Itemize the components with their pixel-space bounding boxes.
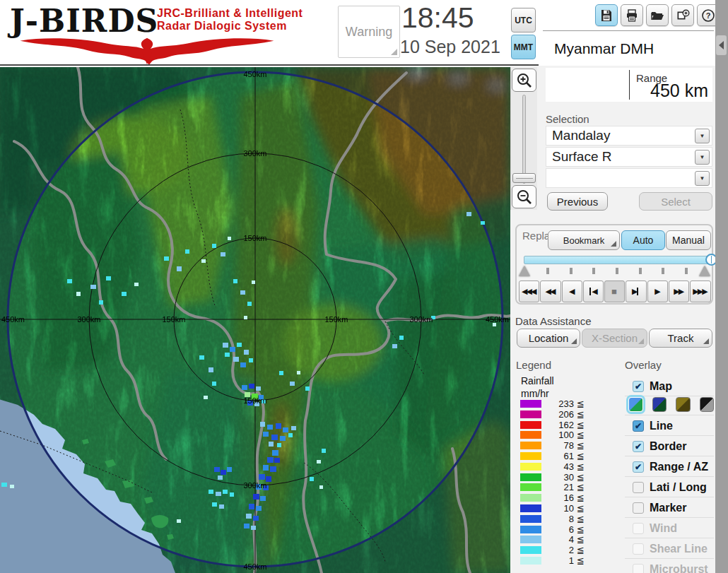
rain-cell bbox=[277, 443, 281, 447]
legend-color-swatch bbox=[520, 536, 541, 543]
rain-cell bbox=[466, 212, 471, 216]
checkbox[interactable]: ✔ bbox=[633, 420, 644, 432]
legend-color-swatch bbox=[520, 410, 541, 418]
x-section-button[interactable]: X-Section bbox=[582, 329, 647, 348]
rain-cell bbox=[252, 280, 255, 284]
legend-lte-symbol: ≦ bbox=[577, 534, 585, 545]
jump-forward-fast-button[interactable]: ▶▶▶ bbox=[690, 280, 710, 302]
overlay-item-shear-line[interactable]: Shear Line bbox=[625, 539, 714, 559]
toolbar: ? bbox=[595, 4, 720, 26]
save-button[interactable] bbox=[595, 4, 618, 26]
replay-range-end-marker[interactable] bbox=[699, 266, 710, 276]
skip-to-end-button[interactable]: ▶ bbox=[626, 280, 646, 302]
rain-cell bbox=[164, 256, 169, 261]
selection-dropdown-2[interactable]: Surface R▼ bbox=[546, 147, 712, 167]
rewind-button[interactable]: ◀◀ bbox=[540, 280, 560, 302]
rain-cell bbox=[283, 427, 288, 432]
rain-cell bbox=[67, 279, 72, 283]
select-button[interactable]: Select bbox=[639, 192, 712, 211]
replay-range-start-marker[interactable] bbox=[519, 266, 530, 276]
overlay-item-lati-long[interactable]: Lati / Long bbox=[625, 478, 714, 497]
checkbox[interactable] bbox=[633, 482, 644, 493]
zoom-slider-handle[interactable] bbox=[512, 173, 536, 183]
legend-color-swatch bbox=[520, 421, 541, 429]
selection-label: Selection bbox=[546, 113, 589, 125]
overlay-item-border[interactable]: ✔Border bbox=[625, 437, 714, 456]
chevron-down-icon[interactable]: ▼ bbox=[695, 129, 710, 143]
map-style-gray-swatch[interactable] bbox=[700, 397, 715, 412]
selection-dropdown-1[interactable]: Mandalay▼ bbox=[546, 126, 712, 146]
rain-cell bbox=[305, 386, 310, 391]
rain-cell bbox=[219, 504, 224, 509]
checkbox[interactable]: ✔ bbox=[633, 441, 644, 452]
screen-capture-button[interactable] bbox=[671, 4, 694, 26]
jump-back-fast-button[interactable]: ◀◀◀ bbox=[519, 280, 539, 302]
legend-lte-symbol: ≦ bbox=[577, 555, 585, 566]
track-button[interactable]: Track bbox=[649, 329, 712, 348]
location-button[interactable]: Location bbox=[517, 329, 580, 348]
print-button[interactable] bbox=[621, 4, 643, 26]
data-assistance-label: Data Assistance bbox=[515, 315, 592, 327]
rain-cell bbox=[216, 492, 221, 496]
rain-cell bbox=[291, 426, 296, 430]
rain-cell bbox=[134, 283, 139, 286]
chevron-down-icon[interactable]: ▼ bbox=[695, 150, 710, 165]
zoom-out-button[interactable] bbox=[512, 185, 536, 208]
open-folder-button[interactable] bbox=[646, 4, 669, 26]
legend-value: 61 bbox=[543, 451, 574, 461]
utc-button[interactable]: UTC bbox=[511, 8, 536, 33]
legend-lte-symbol: ≦ bbox=[577, 503, 585, 514]
legend-row: 162≦ bbox=[520, 421, 612, 430]
map-style-swatches bbox=[625, 394, 714, 415]
bookmark-button[interactable]: Bookmark bbox=[548, 230, 620, 250]
step-back-button[interactable]: ◀ bbox=[562, 280, 582, 302]
save-icon bbox=[599, 8, 613, 23]
chevron-down-icon[interactable]: ▼ bbox=[695, 171, 710, 186]
map-style-olive-swatch[interactable] bbox=[676, 397, 691, 412]
rain-cell bbox=[99, 300, 103, 305]
eagle-logo-icon bbox=[13, 35, 281, 65]
map-style-dark-swatch[interactable] bbox=[652, 397, 667, 412]
play-button[interactable]: ▶ bbox=[647, 280, 668, 302]
legend-lte-symbol: ≦ bbox=[577, 545, 585, 555]
station-name: Myanmar DMH bbox=[546, 33, 714, 64]
overlay-item-microburst[interactable]: Microburst bbox=[625, 560, 714, 573]
checkbox[interactable] bbox=[633, 502, 644, 514]
radar-map[interactable]: 450km 300km 150km 150km 300km 450km 450k… bbox=[0, 67, 510, 573]
replay-slider-track[interactable] bbox=[524, 256, 712, 264]
checkbox[interactable]: ✔ bbox=[633, 381, 644, 392]
zoom-slider-track[interactable] bbox=[522, 95, 526, 184]
overlay-item-map[interactable]: ✔Map bbox=[625, 377, 714, 396]
forward-button[interactable]: ▶▶ bbox=[669, 280, 689, 302]
previous-button[interactable]: Previous bbox=[547, 192, 608, 211]
rain-cell bbox=[399, 336, 404, 340]
auto-button[interactable]: Auto bbox=[621, 230, 665, 250]
rain-cell bbox=[244, 316, 247, 319]
checkbox[interactable]: ✔ bbox=[633, 461, 644, 473]
rain-cell bbox=[276, 423, 281, 429]
warning-button[interactable]: Warning bbox=[338, 6, 400, 58]
skip-to-start-button[interactable]: ◀ bbox=[583, 280, 604, 302]
zoom-in-button[interactable] bbox=[512, 69, 536, 92]
header-divider bbox=[0, 64, 539, 66]
map-style-color-swatch[interactable] bbox=[628, 397, 643, 412]
legend-lte-symbol: ≦ bbox=[577, 409, 585, 420]
legend-lte-symbol: ≦ bbox=[577, 482, 585, 492]
mmt-button[interactable]: MMT bbox=[511, 35, 536, 59]
rain-cell bbox=[260, 422, 265, 427]
replay-tick bbox=[662, 268, 664, 274]
legend-color-swatch bbox=[520, 463, 541, 471]
overlay-item-range-az[interactable]: ✔Range / AZ bbox=[625, 457, 714, 477]
stop-button[interactable]: ■ bbox=[604, 280, 625, 302]
overlay-item-marker[interactable]: Marker bbox=[625, 498, 714, 518]
overlay-item-line[interactable]: ✔Line bbox=[625, 416, 714, 436]
legend-row: 78≦ bbox=[520, 442, 612, 451]
rain-cell bbox=[249, 358, 253, 362]
panel-splitter[interactable] bbox=[715, 0, 728, 573]
panel-collapse-handle[interactable] bbox=[716, 35, 727, 55]
selection-dropdown-3[interactable]: ▼ bbox=[546, 168, 712, 188]
overlay-item-wind[interactable]: Wind bbox=[625, 519, 714, 538]
manual-button[interactable]: Manual bbox=[666, 230, 711, 250]
help-icon: ? bbox=[701, 8, 715, 23]
rain-cell bbox=[90, 285, 96, 289]
